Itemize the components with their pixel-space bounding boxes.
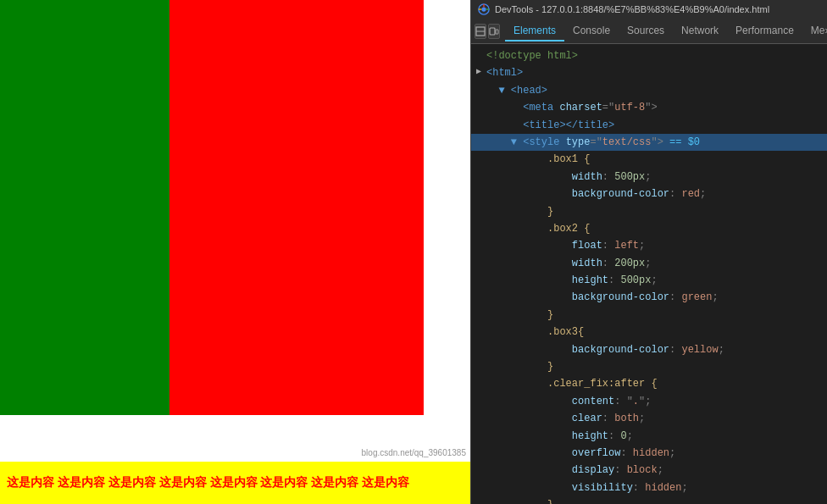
code-box1-close: } (471, 203, 827, 220)
code-box1-bgcolor: background-color: red; (471, 186, 827, 202)
code-clearfix-visibility: visibility: hidden; (471, 479, 827, 496)
code-box2-close: } (471, 307, 827, 324)
devtools-tabs: Elements Console Sources Network Perform… (502, 21, 827, 42)
preview-content: 这是内容 这是内容 这是内容 这是内容 这是内容 这是内容 这是内容 这是内容 … (0, 0, 470, 504)
code-html-open: ▶ <html> (471, 64, 827, 81)
chrome-logo-icon (478, 3, 490, 15)
box1-red: 这是内容 这是内容 这是内容 这是内容 这是内容 这是内容 这是内容 这是内容 … (0, 0, 424, 415)
code-box2-width: width: 200px; (471, 255, 827, 272)
code-clearfix-overflow: overflow: hidden; (471, 445, 827, 462)
device-toolbar-button[interactable] (488, 24, 500, 39)
tab-performance[interactable]: Performance (727, 21, 802, 42)
box2-green (0, 0, 169, 415)
code-style-open: ▼ <style type="text/css"> == $0 (471, 134, 827, 151)
code-clearfix-selector: .clear_fix:after { (471, 375, 827, 392)
code-box3-selector: .box3{ (471, 324, 827, 341)
code-box3-bgcolor: background-color: yellow; (471, 341, 827, 358)
inspect-element-button[interactable] (475, 24, 486, 39)
code-clearfix-rule-close: } (471, 496, 827, 504)
code-clearfix-height: height: 0; (471, 428, 827, 445)
browser-preview: 这是内容 这是内容 这是内容 这是内容 这是内容 这是内容 这是内容 这是内容 … (0, 0, 470, 504)
devtools-titlebar: DevTools - 127.0.0.1:8848/%E7%BB%83%E4%B… (471, 0, 827, 19)
tab-network[interactable]: Network (673, 21, 727, 42)
svg-rect-5 (496, 30, 498, 34)
code-head-open: ▼ <head> (471, 82, 827, 99)
code-title: <title></title> (471, 117, 827, 134)
tab-console[interactable]: Console (564, 21, 619, 42)
devtools-toolbar: Elements Console Sources Network Perform… (471, 19, 827, 44)
devtools-panel: DevTools - 127.0.0.1:8848/%E7%BB%83%E4%B… (470, 0, 827, 504)
code-box2-selector: .box2 { (471, 220, 827, 237)
code-box2-float: float: left; (471, 237, 827, 254)
code-box1-width: width: 500px; (471, 169, 827, 186)
tab-sources[interactable]: Sources (619, 21, 673, 42)
tab-elements[interactable]: Elements (505, 21, 564, 42)
code-doctype: <!doctype html> (471, 47, 827, 64)
code-clearfix-content: content: "."; (471, 393, 827, 410)
code-box1-selector: .box1 { (471, 151, 827, 168)
devtools-title: DevTools - 127.0.0.1:8848/%E7%BB%83%E4%B… (495, 4, 769, 14)
code-box2-height: height: 500px; (471, 272, 827, 289)
code-box2-bgcolor: background-color: green; (471, 289, 827, 306)
code-box3-close: } (471, 358, 827, 375)
watermark: blog.csdn.net/qq_39601385 (362, 448, 466, 457)
code-clearfix-clear: clear: both; (471, 410, 827, 427)
box3-yellow: 这是内容 这是内容 这是内容 这是内容 这是内容 这是内容 这是内容 这是内容 (0, 462, 470, 504)
code-clearfix-display: display: block; (471, 462, 827, 479)
box1-text: 这是内容 这是内容 这是内容 这是内容 这是内容 这是内容 这是内容 这是内容 … (169, 0, 424, 415)
code-meta: <meta charset="utf-8"> (471, 99, 827, 116)
devtools-code-view[interactable]: <!doctype html> ▶ <html> ▼ <head> <meta … (471, 44, 827, 504)
tab-more[interactable]: Me» (802, 21, 827, 42)
box3-text: 这是内容 这是内容 这是内容 这是内容 这是内容 这是内容 这是内容 这是内容 (7, 475, 409, 490)
svg-rect-4 (490, 28, 495, 35)
svg-point-1 (481, 7, 486, 11)
